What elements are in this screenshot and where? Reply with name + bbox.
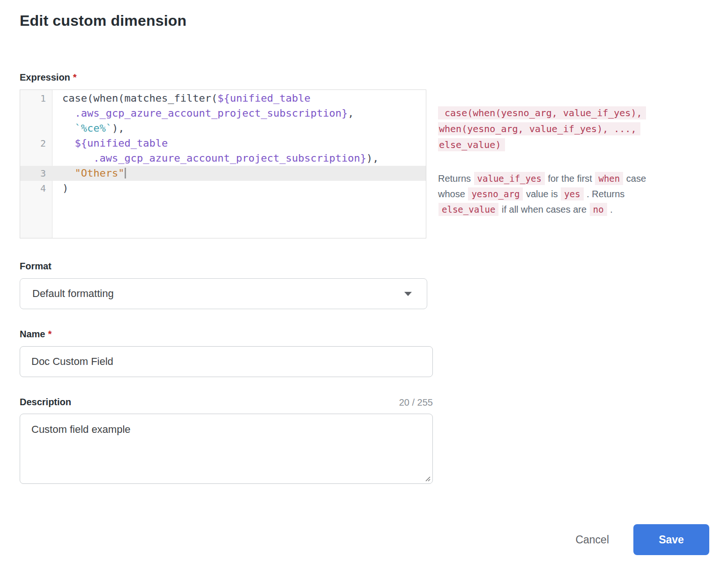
code-text: ) — [52, 181, 68, 196]
required-asterisk: * — [48, 329, 52, 339]
code-token — [62, 107, 75, 119]
code-token — [62, 137, 75, 149]
code-text: `%ce%`), — [52, 121, 124, 136]
edit-custom-dimension-dialog: Edit custom dimension Expression* 1case(… — [0, 0, 728, 555]
code-token: ), — [112, 122, 125, 134]
expression-label-text: Expression — [20, 72, 70, 82]
code-token: .aws_gcp_azure_account_project_subscript… — [93, 152, 366, 164]
help-code-chip: yes — [561, 187, 583, 200]
code-text: .aws_gcp_azure_account_project_subscript… — [52, 151, 379, 166]
code-token: ${unified_table — [217, 92, 311, 104]
description-textarea[interactable]: Custom field example — [20, 414, 433, 484]
name-label: Name* — [20, 328, 709, 340]
help-text: for the first — [545, 173, 595, 184]
description-textarea-wrap: Custom field example — [20, 414, 433, 484]
help-code-chip: else_value — [438, 203, 498, 216]
required-asterisk: * — [73, 72, 77, 82]
help-text: . — [608, 204, 613, 215]
line-number — [20, 151, 52, 166]
code-token — [62, 152, 93, 164]
code-line[interactable]: .aws_gcp_azure_account_project_subscript… — [20, 151, 426, 166]
expression-editor-rows: 1case(when(matches_filter(${unified_tabl… — [20, 91, 426, 196]
expression-label: Expression* — [20, 71, 709, 83]
help-text: . Returns — [584, 189, 625, 199]
help-text: if all when cases are — [499, 204, 589, 215]
help-text: value is — [523, 189, 560, 199]
code-text: .aws_gcp_azure_account_project_subscript… — [52, 106, 354, 121]
name-label-text: Name — [20, 329, 45, 339]
code-token: `%ce%` — [75, 122, 112, 134]
format-select-value: Default formatting — [32, 288, 114, 300]
signature-line: case(when(yesno_arg, value_if_yes), — [438, 105, 683, 121]
function-signature: case(when(yesno_arg, value_if_yes),when(… — [438, 105, 683, 153]
code-line[interactable]: 4) — [20, 181, 426, 196]
line-number: 1 — [20, 91, 52, 106]
line-number — [20, 121, 52, 136]
help-code-chip: yesno_arg — [468, 187, 523, 200]
text-cursor — [125, 168, 126, 178]
chevron-down-icon — [404, 292, 412, 296]
code-token: "Others" — [75, 167, 125, 179]
code-line[interactable]: 3 "Others" — [20, 166, 426, 181]
help-code-chip: value_if_yes — [474, 172, 545, 185]
signature-line: else_value) — [438, 137, 683, 153]
code-token: .aws_gcp_azure_account_project_subscript… — [75, 107, 348, 119]
signature-code-chip: when(yesno_arg, value_if_yes), ..., — [438, 122, 640, 135]
code-text: ${unified_table — [52, 136, 168, 151]
help-text: Returns — [438, 173, 474, 184]
page-title: Edit custom dimension — [20, 12, 709, 30]
line-number: 4 — [20, 181, 52, 196]
function-help-panel: case(when(yesno_arg, value_if_yes),when(… — [438, 105, 683, 217]
cancel-button[interactable]: Cancel — [567, 529, 617, 551]
code-text: case(when(matches_filter(${unified_table — [52, 91, 311, 106]
expression-row: 1case(when(matches_filter(${unified_tabl… — [20, 89, 709, 238]
code-line[interactable]: .aws_gcp_azure_account_project_subscript… — [20, 106, 426, 121]
format-select[interactable]: Default formatting — [20, 278, 427, 309]
line-number — [20, 106, 52, 121]
format-label: Format — [20, 260, 709, 272]
code-line[interactable]: 2 ${unified_table — [20, 136, 426, 151]
char-counter: 20 / 255 — [399, 397, 433, 408]
code-text: "Others" — [52, 166, 126, 181]
code-line[interactable]: 1case(when(matches_filter(${unified_tabl… — [20, 91, 426, 106]
expression-editor[interactable]: 1case(when(matches_filter(${unified_tabl… — [20, 89, 426, 238]
signature-line: when(yesno_arg, value_if_yes), ..., — [438, 121, 683, 137]
name-input[interactable] — [20, 346, 433, 377]
save-button[interactable]: Save — [633, 524, 709, 555]
footer-actions: Cancel Save — [20, 524, 709, 555]
code-token — [62, 167, 75, 179]
help-code-chip: when — [595, 172, 623, 185]
code-token: ), — [366, 152, 379, 164]
code-token: case(when(matches_filter( — [62, 92, 217, 104]
code-token — [62, 122, 75, 134]
code-token: , — [348, 107, 354, 119]
code-token: ) — [62, 182, 68, 194]
help-code-chip: no — [590, 203, 607, 216]
signature-code-chip: else_value) — [438, 138, 505, 151]
line-number: 2 — [20, 136, 52, 151]
description-label: Description — [20, 396, 71, 408]
description-header: Description 20 / 255 — [20, 396, 433, 408]
line-number: 3 — [20, 166, 52, 181]
code-token: ${unified_table — [75, 137, 168, 149]
signature-code-chip: case(when(yesno_arg, value_if_yes), — [438, 106, 646, 119]
function-description: Returns value_if_yes for the first when … — [438, 171, 672, 217]
code-line[interactable]: `%ce%`), — [20, 121, 426, 136]
